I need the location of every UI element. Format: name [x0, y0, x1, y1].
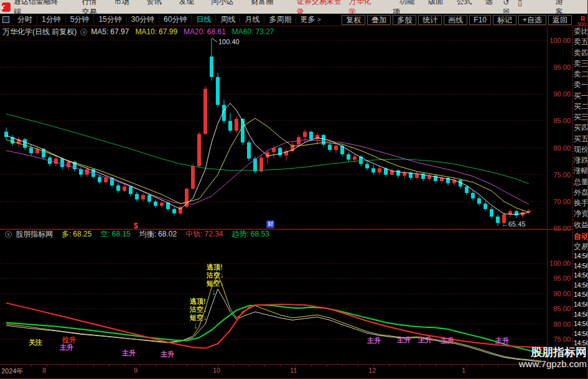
period-tab-1分钟[interactable]: 1分钟 — [37, 15, 66, 24]
window-layout-icon[interactable] — [2, 16, 9, 23]
indicator-axis-label: 90.00 — [548, 290, 571, 297]
field-name: 多: — [62, 230, 71, 238]
axis-tick — [482, 365, 483, 367]
axis-tick — [451, 365, 452, 367]
toolbar-button-2[interactable]: 多股 — [393, 15, 416, 25]
menu-item-3[interactable]: 发现 — [179, 0, 194, 6]
toolbar-button-3[interactable]: 统计 — [418, 15, 442, 25]
feedback-icon[interactable]: ↺ — [503, 0, 509, 7]
indicator-svg — [0, 239, 572, 364]
axis-tick — [140, 365, 141, 367]
field-value: 68.15 — [112, 230, 131, 238]
axis-tick — [420, 365, 421, 367]
axis-tick — [156, 365, 156, 367]
menu-item-0[interactable]: 行情 — [82, 0, 97, 6]
toolbar-button-7[interactable]: +自选 — [518, 15, 546, 25]
tdx-logo-icon — [2, 2, 11, 12]
menu-item-4[interactable]: 问小达 — [212, 0, 234, 6]
time-axis: 2024年 891011121 — [0, 364, 572, 379]
axis-tick — [171, 365, 172, 367]
menu-item-right-0[interactable]: 功能 — [399, 0, 414, 6]
svg-text:100.40: 100.40 — [218, 38, 240, 45]
axis-tick — [109, 365, 110, 367]
period-tab-周线[interactable]: 周线 — [216, 15, 240, 24]
period-tab-5分钟[interactable]: 5分钟 — [66, 15, 95, 24]
indicator-axis-label: 100.00 — [548, 260, 571, 267]
menu-item-right-2[interactable]: 公式 — [457, 0, 472, 6]
menu-item-right-1[interactable]: 版面 — [428, 0, 443, 6]
period-tab-月线[interactable]: 月线 — [240, 15, 264, 24]
axis-tick — [342, 365, 343, 367]
more-periods-button[interactable]: 更多 > — [296, 14, 324, 25]
field-value: 72.34 — [204, 230, 223, 238]
axis-tick — [187, 365, 187, 367]
axis-border — [547, 26, 548, 364]
indicator-field-0: 多:68.25 — [62, 230, 91, 238]
axis-tick — [31, 365, 32, 367]
toolbar-button-6[interactable]: 标记 — [493, 15, 516, 25]
price-axis-label: 90.00 — [548, 90, 571, 98]
axis-tick — [467, 365, 467, 367]
tick-time-row: 14:56 — [574, 310, 588, 319]
period-tab-多周期[interactable]: 多周期 — [264, 15, 296, 24]
menu-item-5[interactable]: 财富圈 — [251, 0, 274, 6]
collapse-icon[interactable]: ∨ — [5, 231, 12, 238]
corner-code: 300 — [577, 21, 586, 27]
field-value: 68.53 — [251, 230, 269, 238]
auto-trade-button[interactable]: 自动 — [574, 232, 588, 241]
tick-time-row: 14:56 — [574, 271, 588, 280]
toolbar-button-0[interactable]: 复权 — [342, 15, 365, 25]
stock-title[interactable]: 万华化学(日线 前复权) — [2, 27, 77, 37]
axis-tick — [404, 365, 405, 367]
period-toolbar: 分时1分钟5分钟15分钟30分钟60分钟日线周线月线多周期 更多 > 复权叠加多… — [0, 14, 588, 26]
quote-label-9: 买四 — [574, 123, 588, 133]
period-tab-日线[interactable]: 日线 — [192, 15, 216, 24]
axis-month-label: 12 — [368, 367, 376, 374]
axis-tick — [93, 365, 94, 367]
period-tab-15分钟[interactable]: 15分钟 — [94, 15, 126, 24]
axis-tick — [78, 365, 78, 367]
mobile-icon[interactable]: ▯ — [518, 0, 522, 7]
watermark: 股朋指标网 www.7gpzb.com — [519, 346, 587, 370]
quote-label-2: 卖四 — [574, 48, 588, 58]
ma-value: 67.97 — [110, 27, 129, 36]
toolbar-button-1[interactable]: 叠加 — [367, 15, 391, 25]
toolbar-button-8[interactable]: 返回 — [548, 15, 572, 25]
toolbar-button-5[interactable]: F10 — [469, 15, 491, 25]
tick-time-row: 14:56 — [574, 300, 588, 309]
collapse-icon[interactable]: ∨ — [80, 29, 87, 35]
price-axis-label: 85.00 — [548, 117, 571, 124]
indicator-name[interactable]: 股朋指标网 — [16, 229, 53, 240]
quote-label-13: 涨幅 — [574, 166, 588, 176]
axis-tick — [233, 365, 234, 367]
axis-tick — [16, 365, 16, 367]
menu-item-1[interactable]: 市场 — [114, 0, 129, 6]
axis-tick — [249, 365, 250, 367]
axis-month-label: 8 — [42, 367, 46, 374]
indicator-axis-label: 85.00 — [548, 305, 571, 312]
tick-time-row: 14:56 — [574, 290, 588, 299]
ma-value: 73.27 — [256, 27, 274, 36]
price-axis-label: 65.00 — [548, 225, 571, 232]
tick-time-row: 14:56 — [574, 251, 588, 261]
axis-tick — [358, 365, 358, 367]
axis-year-label: 2024年 — [1, 367, 23, 376]
quote-label-14: 总量 — [574, 177, 588, 187]
price-axis-label: 80.00 — [548, 144, 571, 152]
quote-label-8: 买三 — [574, 112, 588, 123]
axis-tick — [513, 365, 514, 367]
ma-name: MA5: — [91, 27, 108, 36]
quote-label-11: 现价 — [574, 144, 588, 155]
ma-value: 67.99 — [159, 27, 177, 36]
field-name: 中轨: — [185, 230, 202, 238]
period-tab-分时[interactable]: 分时 — [13, 15, 37, 24]
menu-item-2[interactable]: 资讯 — [147, 0, 162, 6]
period-tab-60分钟[interactable]: 60分钟 — [159, 15, 192, 24]
svg-text:←65.45: ←65.45 — [502, 220, 526, 228]
axis-tick — [498, 365, 498, 367]
toolbar-button-4[interactable]: 画线 — [444, 15, 467, 25]
indicator-field-1: 空:68.15 — [100, 230, 130, 238]
trade-button[interactable]: 交易 — [574, 241, 588, 251]
indicator-field-4: 趋势:68.53 — [232, 230, 269, 238]
period-tab-30分钟[interactable]: 30分钟 — [127, 15, 159, 24]
